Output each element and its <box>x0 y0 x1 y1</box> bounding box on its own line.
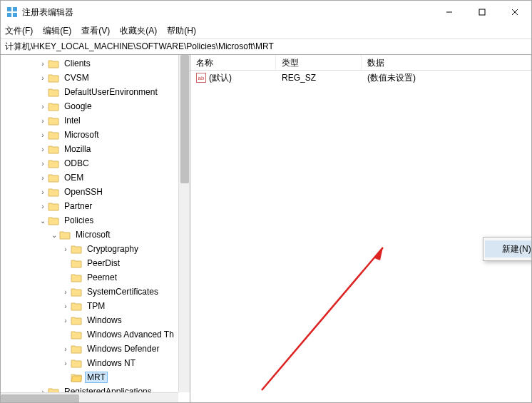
expander-icon[interactable]: › <box>38 188 48 196</box>
expander-icon[interactable]: › <box>38 131 48 139</box>
tree-node-label: TPM <box>85 301 107 311</box>
title-bar: 注册表编辑器 <box>1 1 531 24</box>
expander-icon[interactable]: › <box>38 60 48 68</box>
string-value-icon: ab <box>196 73 206 83</box>
tree-node-label: Windows <box>85 315 124 325</box>
tree-node-label: Cryptography <box>85 244 140 254</box>
tree-pane: ›Clients›CVSMDefaultUserEnvironment›Goog… <box>1 55 190 403</box>
tree-node-label: Peernet <box>85 272 119 282</box>
close-button[interactable] <box>498 1 531 24</box>
tree-node-label: Mozilla <box>62 144 93 154</box>
expander-icon[interactable]: › <box>61 317 71 325</box>
column-name[interactable]: 名称 <box>190 55 276 70</box>
value-name: (默认) <box>209 72 232 84</box>
tree-node-label: DefaultUserEnvironment <box>62 87 160 97</box>
maximize-button[interactable] <box>466 1 498 24</box>
column-data[interactable]: 数据 <box>362 55 531 70</box>
expander-icon[interactable]: › <box>38 103 48 111</box>
tree-node[interactable]: ›Partner <box>1 199 190 213</box>
expander-icon[interactable]: › <box>61 288 71 296</box>
expander-icon[interactable]: › <box>38 117 48 125</box>
tree-node-label: Clients <box>62 58 93 68</box>
minimize-button[interactable] <box>433 1 466 24</box>
expander-icon[interactable]: › <box>61 302 71 310</box>
tree-node[interactable]: ›Cryptography <box>1 242 190 256</box>
tree-node-label: Microsoft <box>73 230 113 240</box>
expander-icon[interactable]: ⌄ <box>49 231 59 239</box>
tree-node-label: OpenSSH <box>62 187 105 197</box>
expander-icon[interactable]: › <box>38 174 48 182</box>
expander-icon[interactable]: › <box>61 345 71 353</box>
expander-icon[interactable]: › <box>61 245 71 253</box>
tree-node[interactable]: MRT <box>1 370 190 384</box>
tree-scrollbar-horizontal[interactable] <box>1 392 178 403</box>
tree-node-label: ODBC <box>62 158 91 168</box>
tree-node[interactable]: ›ODBC <box>1 156 190 170</box>
tree-node[interactable]: ›Mozilla <box>1 142 190 156</box>
tree-node[interactable]: ›SystemCertificates <box>1 285 190 299</box>
tree-node-label: SystemCertificates <box>85 287 160 297</box>
tree-node[interactable]: ›TPM <box>1 299 190 313</box>
menu-file[interactable]: 文件(F) <box>5 25 33 37</box>
value-row[interactable]: ab (默认) REG_SZ (数值未设置) <box>190 71 531 85</box>
tree-node[interactable]: ›OEM <box>1 170 190 185</box>
tree-node-label: Partner <box>62 201 94 211</box>
window-title: 注册表编辑器 <box>22 6 433 19</box>
value-type: REG_SZ <box>276 73 362 83</box>
tree-node[interactable]: ›Windows <box>1 313 190 327</box>
svg-rect-5 <box>479 9 485 15</box>
address-text: 计算机\HKEY_LOCAL_MACHINE\SOFTWARE\Policies… <box>5 41 274 53</box>
tree-node[interactable]: PeerDist <box>1 256 190 270</box>
app-icon <box>6 6 18 18</box>
tree-node[interactable]: ⌄Microsoft <box>1 228 190 242</box>
tree-node-label: MRT <box>85 372 108 383</box>
tree-node-label: Policies <box>62 215 96 225</box>
tree-node-label: Microsoft <box>62 130 101 140</box>
tree-node[interactable]: ›Clients <box>1 56 190 71</box>
expander-icon[interactable]: › <box>38 203 48 210</box>
expander-icon[interactable]: › <box>61 359 71 367</box>
tree-node[interactable]: Windows Advanced Th <box>1 327 190 342</box>
column-headers: 名称 类型 数据 <box>190 55 531 71</box>
tree-node-label: PeerDist <box>85 258 122 268</box>
tree-node[interactable]: ›Windows NT <box>1 356 190 370</box>
svg-line-8 <box>262 248 383 390</box>
tree-node[interactable]: ›Microsoft <box>1 128 190 142</box>
svg-rect-1 <box>13 7 17 11</box>
tree-node-label: OEM <box>62 173 86 183</box>
annotation-arrow <box>255 233 397 397</box>
menu-help[interactable]: 帮助(H) <box>167 25 196 37</box>
expander-icon[interactable]: › <box>38 146 48 153</box>
address-bar[interactable]: 计算机\HKEY_LOCAL_MACHINE\SOFTWARE\Policies… <box>1 39 531 55</box>
tree-node-label: Windows Defender <box>85 344 161 354</box>
tree-node-label: CVSM <box>62 73 91 83</box>
tree-node[interactable]: ›OpenSSH <box>1 185 190 199</box>
tree-node-label: Windows Advanced Th <box>85 330 176 340</box>
column-type[interactable]: 类型 <box>276 55 362 70</box>
menu-item-new[interactable]: 新建(N) ▶ <box>485 240 532 257</box>
tree-node[interactable]: ›Intel <box>1 113 190 128</box>
tree-scrollbar-vertical[interactable] <box>178 55 190 392</box>
tree-node[interactable]: ⌄Policies <box>1 213 190 228</box>
tree-node[interactable]: ›CVSM <box>1 71 190 85</box>
expander-icon[interactable]: › <box>38 160 48 168</box>
tree-node[interactable]: DefaultUserEnvironment <box>1 85 190 99</box>
tree-node-label: Windows NT <box>85 358 138 368</box>
svg-rect-0 <box>7 7 11 11</box>
menu-edit[interactable]: 编辑(E) <box>43 25 71 37</box>
tree-node[interactable]: ›Windows Defender <box>1 342 190 356</box>
values-pane: 名称 类型 数据 ab (默认) REG_SZ (数值未设置) 新建(N) ▶ … <box>190 55 531 403</box>
context-menu: 新建(N) ▶ <box>483 237 532 261</box>
tree-node[interactable]: ›Google <box>1 99 190 113</box>
tree-node-label: Google <box>62 101 94 111</box>
expander-icon[interactable]: › <box>38 74 48 82</box>
menu-view[interactable]: 查看(V) <box>81 25 110 37</box>
svg-rect-2 <box>7 13 11 17</box>
menu-bar: 文件(F) 编辑(E) 查看(V) 收藏夹(A) 帮助(H) <box>1 24 531 39</box>
value-data: (数值未设置) <box>362 72 531 84</box>
tree-node[interactable]: Peernet <box>1 270 190 285</box>
menu-favorites[interactable]: 收藏夹(A) <box>120 25 157 37</box>
svg-rect-3 <box>13 13 17 17</box>
svg-marker-9 <box>374 248 383 260</box>
expander-icon[interactable]: ⌄ <box>38 217 48 225</box>
